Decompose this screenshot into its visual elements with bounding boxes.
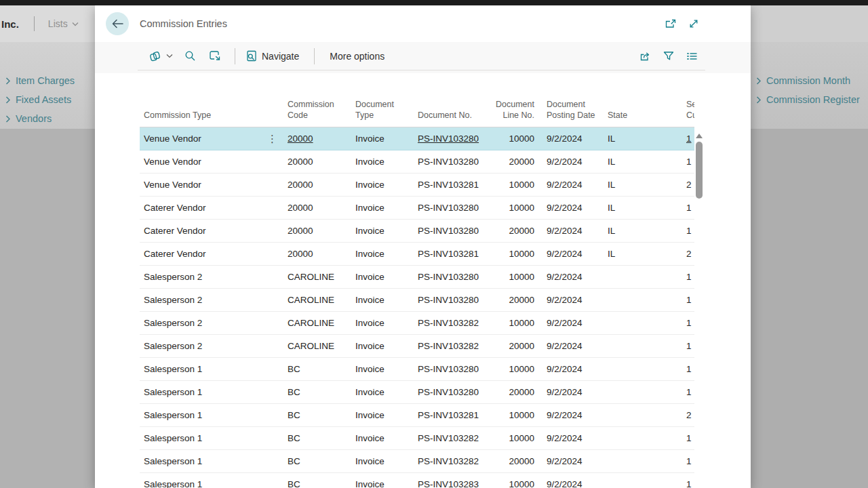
cell-document-no[interactable]: PS-INV103281 xyxy=(418,180,494,190)
cell-commission-type[interactable]: Salesperson 1⋮ xyxy=(140,433,288,443)
cell-commission-code[interactable]: BC xyxy=(288,456,355,466)
cell-document-type[interactable]: Invoice xyxy=(355,387,418,397)
cell-document-no[interactable]: PS-INV103282 xyxy=(418,341,494,351)
cell-document-type[interactable]: Invoice xyxy=(355,341,418,351)
cell-commission-code[interactable]: 20000 xyxy=(288,180,355,190)
cell-state[interactable]: IL xyxy=(608,249,669,259)
table-row[interactable]: Salesperson 1⋮ BC Invoice PS-INV103283 1… xyxy=(140,473,694,488)
cell-state[interactable]: IL xyxy=(608,226,669,236)
cell-document-posting-date[interactable]: 9/2/2024 xyxy=(534,249,608,259)
cell-commission-type[interactable]: Salesperson 2⋮ xyxy=(140,272,288,282)
cell-document-type[interactable]: Invoice xyxy=(355,203,418,213)
cell-commission-code[interactable]: BC xyxy=(288,479,355,488)
cell-document-type[interactable]: Invoice xyxy=(355,180,418,190)
cell-document-type[interactable]: Invoice xyxy=(355,410,418,420)
open-in-new-window-button[interactable] xyxy=(665,18,677,29)
cell-commission-code[interactable]: 20000 xyxy=(288,226,355,236)
cell-commission-code[interactable]: CAROLINE xyxy=(288,295,355,305)
sidebar-link-commission-month[interactable]: Commission Month xyxy=(751,71,868,90)
cell-commission-type[interactable]: Venue Vendor⋮ xyxy=(140,134,288,144)
cell-document-type[interactable]: Invoice xyxy=(355,364,418,374)
cell-state[interactable]: IL xyxy=(608,157,669,167)
table-row[interactable]: Venue Vendor⋮ 20000 Invoice PS-INV103280… xyxy=(140,150,694,174)
expand-page-button[interactable] xyxy=(688,18,699,29)
cell-document-no[interactable]: PS-INV103280 xyxy=(418,272,494,282)
analysis-mode-button[interactable] xyxy=(209,50,221,62)
table-row[interactable]: Salesperson 1⋮ BC Invoice PS-INV103281 1… xyxy=(140,404,694,427)
cell-document-type[interactable]: Invoice xyxy=(355,318,418,328)
cell-document-posting-date[interactable]: 9/2/2024 xyxy=(534,479,608,488)
cell-document-posting-date[interactable]: 9/2/2024 xyxy=(534,341,608,351)
cell-document-type[interactable]: Invoice xyxy=(355,433,418,443)
cell-commission-type[interactable]: Salesperson 1⋮ xyxy=(140,410,288,420)
table-row[interactable]: Caterer Vendor⋮ 20000 Invoice PS-INV1032… xyxy=(140,197,694,220)
cell-document-line-no[interactable]: 20000 xyxy=(494,157,534,167)
column-header-sell-to-customer[interactable]: Sell- Cust xyxy=(669,99,694,127)
cell-commission-code[interactable]: BC xyxy=(288,364,355,374)
cell-document-no[interactable]: PS-INV103280 xyxy=(418,226,494,236)
cell-document-line-no[interactable]: 10000 xyxy=(494,249,534,259)
cell-document-line-no[interactable]: 10000 xyxy=(494,180,534,190)
cell-document-no[interactable]: PS-INV103282 xyxy=(418,318,494,328)
cell-state[interactable]: IL xyxy=(608,203,669,213)
cell-document-type[interactable]: Invoice xyxy=(355,226,418,236)
cell-document-posting-date[interactable]: 9/2/2024 xyxy=(534,387,608,397)
cell-document-line-no[interactable]: 10000 xyxy=(494,272,534,282)
scroll-up-arrow-icon[interactable] xyxy=(696,134,703,138)
cell-document-type[interactable]: Invoice xyxy=(355,295,418,305)
cell-document-line-no[interactable]: 10000 xyxy=(494,479,534,488)
cell-document-no[interactable]: PS-INV103280 xyxy=(418,387,494,397)
cell-commission-type[interactable]: Salesperson 2⋮ xyxy=(140,318,288,328)
column-header-document-no[interactable]: Document No. xyxy=(418,110,494,127)
navigate-button[interactable]: Navigate xyxy=(246,50,299,62)
back-button[interactable] xyxy=(106,12,129,35)
cell-sell-to-customer[interactable]: 1 xyxy=(669,387,694,397)
cell-document-line-no[interactable]: 10000 xyxy=(494,318,534,328)
table-row[interactable]: Venue Vendor⋮ 20000 Invoice PS-INV103280… xyxy=(140,127,694,150)
cell-document-posting-date[interactable]: 9/2/2024 xyxy=(534,272,608,282)
cell-sell-to-customer[interactable]: 1 xyxy=(669,341,694,351)
cell-commission-type[interactable]: Salesperson 1⋮ xyxy=(140,456,288,466)
table-row[interactable]: Venue Vendor⋮ 20000 Invoice PS-INV103281… xyxy=(140,174,694,197)
table-row[interactable]: Salesperson 2⋮ CAROLINE Invoice PS-INV10… xyxy=(140,289,694,312)
cell-sell-to-customer[interactable]: 1 xyxy=(669,318,694,328)
column-header-commission-type[interactable]: Commission Type xyxy=(140,110,288,127)
cell-sell-to-customer[interactable]: 1 xyxy=(669,203,694,213)
cell-sell-to-customer[interactable]: 1 xyxy=(669,272,694,282)
sidebar-link-item-charges[interactable]: Item Charges xyxy=(0,71,95,90)
cell-sell-to-customer[interactable]: 1 xyxy=(669,295,694,305)
vertical-scrollbar[interactable] xyxy=(694,129,704,488)
view-switcher-button[interactable] xyxy=(148,50,173,62)
cell-document-type[interactable]: Invoice xyxy=(355,134,418,144)
cell-commission-type[interactable]: Salesperson 1⋮ xyxy=(140,387,288,397)
column-header-commission-code[interactable]: Commission Code xyxy=(288,99,355,127)
cell-commission-code[interactable]: 20000 xyxy=(288,203,355,213)
cell-sell-to-customer[interactable]: 1 xyxy=(669,479,694,488)
cell-document-type[interactable]: Invoice xyxy=(355,456,418,466)
cell-commission-code[interactable]: CAROLINE xyxy=(288,341,355,351)
cell-document-line-no[interactable]: 10000 xyxy=(494,433,534,443)
cell-document-posting-date[interactable]: 9/2/2024 xyxy=(534,295,608,305)
table-row[interactable]: Salesperson 1⋮ BC Invoice PS-INV103280 1… xyxy=(140,358,694,381)
share-button[interactable] xyxy=(639,51,651,62)
table-row[interactable]: Salesperson 1⋮ BC Invoice PS-INV103280 2… xyxy=(140,381,694,404)
cell-document-no[interactable]: PS-INV103280 xyxy=(418,364,494,374)
sidebar-link-fixed-assets[interactable]: Fixed Assets xyxy=(0,90,95,109)
column-header-document-type[interactable]: Document Type xyxy=(355,99,418,127)
cell-document-type[interactable]: Invoice xyxy=(355,479,418,488)
table-row[interactable]: Salesperson 1⋮ BC Invoice PS-INV103282 1… xyxy=(140,427,694,450)
table-row[interactable]: Salesperson 2⋮ CAROLINE Invoice PS-INV10… xyxy=(140,266,694,289)
column-header-document-posting-date[interactable]: Document Posting Date xyxy=(534,99,608,127)
cell-document-posting-date[interactable]: 9/2/2024 xyxy=(534,157,608,167)
cell-document-line-no[interactable]: 20000 xyxy=(494,341,534,351)
cell-commission-type[interactable]: Venue Vendor⋮ xyxy=(140,180,288,190)
cell-document-posting-date[interactable]: 9/2/2024 xyxy=(534,318,608,328)
choose-columns-button[interactable] xyxy=(686,52,698,61)
column-header-state[interactable]: State xyxy=(608,110,669,127)
table-row[interactable]: Salesperson 1⋮ BC Invoice PS-INV103282 2… xyxy=(140,450,694,473)
scrollbar-thumb[interactable] xyxy=(696,142,703,199)
row-menu-icon[interactable]: ⋮ xyxy=(267,134,277,144)
table-row[interactable]: Caterer Vendor⋮ 20000 Invoice PS-INV1032… xyxy=(140,243,694,266)
cell-document-line-no[interactable]: 20000 xyxy=(494,456,534,466)
search-button[interactable] xyxy=(184,50,196,62)
